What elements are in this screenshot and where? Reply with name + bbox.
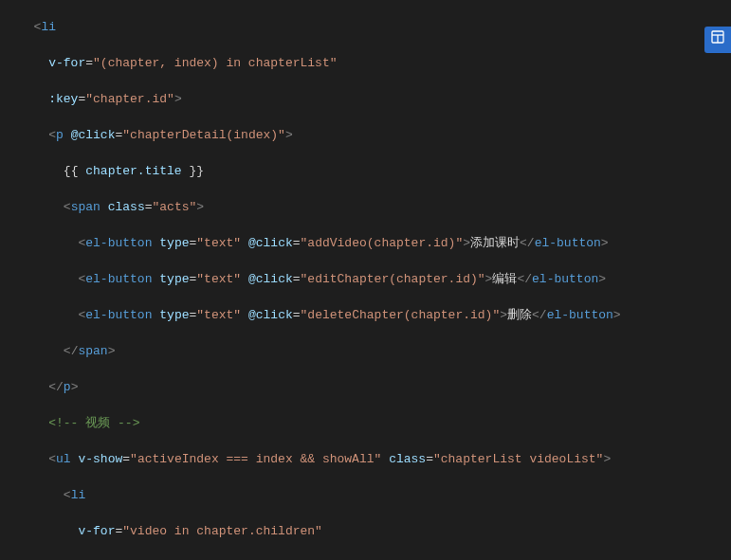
layout-button[interactable] — [704, 27, 731, 53]
code-line: <ul v-show="activeIndex === index && sho… — [19, 450, 731, 468]
code-line: <span class="acts"> — [19, 198, 731, 216]
code-line: </span> — [19, 342, 731, 360]
code-line: <el-button type="text" @click="deleteCha… — [19, 306, 731, 324]
code-line: <p @click="chapterDetail(index)"> — [19, 126, 731, 144]
code-line: v-for="(chapter, index) in chapterList" — [19, 54, 731, 72]
code-line: <!-- 视频 --> — [19, 414, 731, 432]
code-line: <el-button type="text" @click="editChapt… — [19, 270, 731, 288]
code-line: <li — [19, 486, 731, 504]
code-line: <li — [19, 18, 731, 36]
code-line: <el-button type="text" @click="addVideo(… — [19, 234, 731, 252]
code-line: :key="chapter.id"> — [19, 90, 731, 108]
code-line: </p> — [19, 378, 731, 396]
layout-icon — [710, 29, 725, 50]
code-editor[interactable]: <li v-for="(chapter, index) in chapterLi… — [0, 0, 731, 560]
code-line: {{ chapter.title }} — [19, 162, 731, 180]
code-line: v-for="video in chapter.children" — [19, 522, 731, 540]
